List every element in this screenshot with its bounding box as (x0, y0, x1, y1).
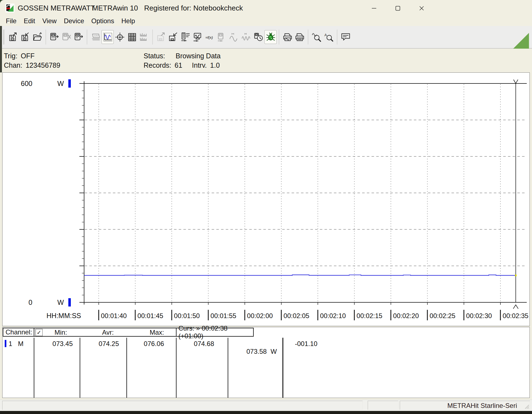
toolbar-import-data-button[interactable] (167, 30, 179, 44)
toolbar-print-preview-button[interactable] (281, 30, 294, 44)
channel-color-marker (5, 340, 6, 347)
x-tick-label: 00:02:35 (503, 312, 528, 319)
scope-view-icon (115, 32, 125, 42)
menu-device[interactable]: Device (60, 17, 88, 25)
cursor-intersection-dot (515, 274, 517, 276)
x-axis-unit-label: HH:MM:SS (46, 312, 81, 319)
monitor-setup-icon (193, 32, 203, 42)
toolbar-separator (308, 30, 308, 44)
x-tick-bar (500, 310, 501, 320)
export-data-icon (156, 32, 166, 42)
x-tick-label: 00:02:05 (284, 312, 309, 319)
maximize-button[interactable] (391, 2, 404, 14)
menu-edit[interactable]: Edit (20, 17, 39, 25)
print-icon (295, 32, 305, 42)
maximize-icon (395, 5, 401, 11)
cell-avr: 074.25 (80, 340, 127, 348)
measurement-table: Channel: ✓ Min: Avr: Max: Curs: » 00:02:… (2, 327, 530, 398)
x-tick-bar (317, 310, 318, 320)
toolbar-open-file-button[interactable] (31, 30, 43, 44)
toolbar-drag-handle[interactable] (3, 30, 4, 44)
desktop: GOSSEN METRAWATT METRAwin 10 Registered … (0, 0, 532, 414)
toolbar-multimeter-display-button: 1257 (89, 30, 102, 44)
svg-text:12: 12 (256, 34, 257, 36)
menu-options[interactable]: Options (88, 17, 118, 25)
x-tick-bar (171, 310, 172, 320)
svg-text:321: 321 (64, 34, 67, 36)
header-max: Max: (150, 329, 164, 336)
toolbar-device-setup-button (216, 30, 228, 44)
x-tick-bar (208, 310, 209, 320)
interval-label: Intrv. (192, 61, 207, 69)
channel-label: Chan: (4, 61, 22, 69)
toolbar-corner-triangle (513, 33, 529, 49)
toolbar-trigger-wave-button (228, 30, 240, 44)
toolbar-table-view-button[interactable] (126, 30, 138, 44)
toolbar-read-device-321-button[interactable]: 321 (48, 30, 60, 44)
toolbar-monitor-setup-button[interactable] (191, 30, 204, 44)
annotation-icon (341, 32, 351, 42)
toolbar-save-button[interactable] (19, 30, 31, 44)
svg-text:=f(x): =f(x) (205, 35, 213, 40)
x-tick-bar (135, 310, 136, 320)
toolbar-debug-mode-button[interactable] (264, 30, 277, 44)
channel-mode: M (18, 340, 24, 348)
svg-text:1257: 1257 (94, 35, 98, 37)
histogram-view-icon (139, 32, 149, 42)
cell-delta: -001.10 (283, 340, 339, 348)
toolbar-annotation-button[interactable] (339, 30, 352, 44)
x-tick-label: 00:02:25 (430, 312, 455, 319)
menu-view[interactable]: View (39, 17, 60, 25)
y-max-channel-marker (68, 79, 71, 88)
toolbar-histogram-view-button (138, 30, 150, 44)
toolbar-zoom-text-button[interactable]: A (323, 30, 335, 44)
header-avr: Avr: (102, 329, 114, 336)
read-device-321-icon: 321 (49, 32, 59, 42)
toolbar-disconnect-device-321-button: 321 (60, 30, 72, 44)
menu-help[interactable]: Help (118, 17, 139, 25)
read-device-memory-icon: M (74, 32, 84, 42)
stats-visible-checkbox[interactable]: ✓ (35, 329, 43, 336)
resize-grip-icon[interactable] (524, 403, 529, 409)
toolbar-timer-setup-button[interactable]: 12 (252, 30, 264, 44)
x-tick-bar (244, 310, 245, 320)
acquisition-info-bar: Trig:OFF Chan:123456789 Status:Browsing … (0, 49, 532, 72)
toolbar-separator (337, 30, 337, 44)
toolbar-save-as-button[interactable] (7, 30, 19, 44)
close-icon (419, 5, 425, 11)
records-value: 61 (175, 61, 182, 69)
svg-text:M: M (77, 34, 78, 36)
cursor-top-marker[interactable] (513, 80, 518, 83)
toolbar-zoom-curve-button[interactable] (310, 30, 323, 44)
toolbar-separator (279, 30, 279, 44)
toolbar-scope-view-button[interactable] (114, 30, 126, 44)
import-data-icon (168, 32, 178, 42)
status-panel-main (2, 401, 363, 410)
save-as-icon (8, 32, 18, 42)
y-min-label: 0 (28, 298, 32, 306)
x-tick-bar (354, 310, 355, 320)
toolbar-read-device-memory-button[interactable]: M (72, 30, 85, 44)
cell-max: 076.06 (127, 340, 176, 348)
x-tick-label: 00:02:30 (466, 312, 492, 319)
toolbar-sampling-wave-button (240, 30, 252, 44)
minimize-button[interactable] (367, 2, 381, 14)
power-chart[interactable]: 00:01:4000:01:4500:01:5000:01:5500:02:00… (2, 73, 530, 326)
toolbar-formula-button[interactable]: =f(x) (204, 30, 216, 44)
x-tick-label: 00:02:20 (393, 312, 419, 319)
toolbar: 321321M1257=f(x)12A (0, 26, 532, 49)
live-unit: W (271, 348, 277, 355)
x-tick-label: 00:01:45 (137, 312, 163, 319)
channel-number: 1 (9, 340, 12, 348)
table-view-icon (127, 32, 137, 42)
close-button[interactable] (415, 2, 428, 14)
toolbar-record-setup-button[interactable] (179, 30, 191, 44)
y-min-channel-marker (68, 298, 71, 306)
svg-text:A: A (324, 33, 327, 37)
cursor-bottom-marker[interactable] (513, 305, 518, 309)
toolbar-print-button[interactable] (294, 30, 306, 44)
window-left-edge (0, 26, 2, 72)
open-file-icon (32, 32, 43, 42)
menu-file[interactable]: File (2, 17, 20, 25)
toolbar-chart-view-button[interactable] (102, 30, 114, 44)
